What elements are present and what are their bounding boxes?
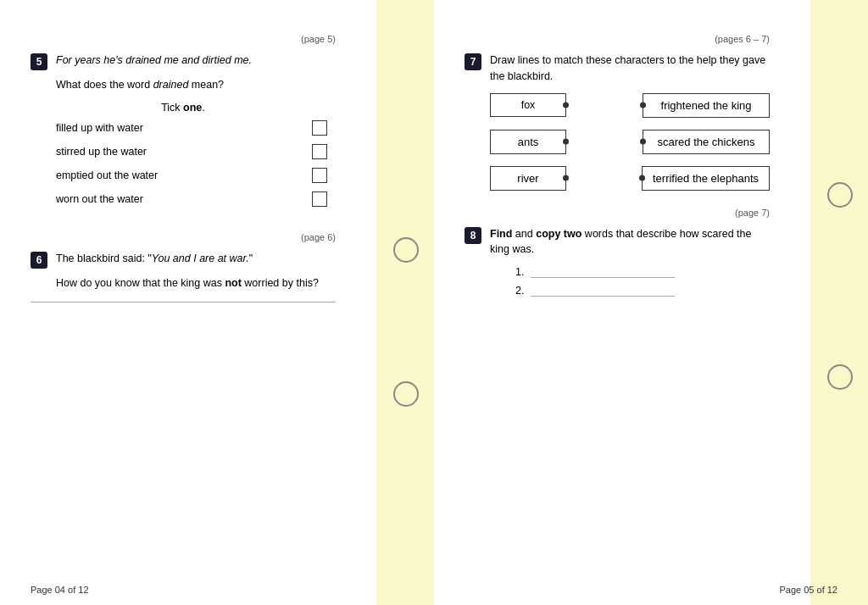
tick-option-2: stirred up the water: [56, 144, 327, 159]
q6-subquestion: How do you know that the king was not wo…: [56, 275, 403, 291]
match-label-terrified: terrified the elephants: [653, 172, 759, 185]
tick-option-1: filled up with water: [56, 120, 327, 136]
right-page-ref: (pages 6 – 7): [465, 34, 837, 44]
circle-marker-q5: [393, 237, 419, 263]
tick-label-4: worn out the water: [56, 193, 143, 205]
tick-box-1[interactable]: [312, 120, 327, 136]
tick-option-3: emptied out the water: [56, 168, 327, 183]
frightened-dot: [640, 103, 646, 108]
question-7-header: 7 Draw lines to match these characters t…: [465, 53, 837, 85]
q6-bold-not: not: [225, 277, 241, 289]
tick-bold: one: [183, 102, 202, 114]
q6-number: 6: [31, 252, 47, 269]
tick-box-4[interactable]: [312, 191, 327, 207]
question-8-block: (page 7) 8 Find and copy two words that …: [465, 208, 837, 297]
tick-label-1: filled up with water: [56, 122, 143, 134]
right-page-footer: Page 05 of 12: [779, 585, 837, 595]
right-page: (pages 6 – 7) 7 Draw lines to match thes…: [434, 0, 868, 605]
match-label-scared: scared the chickens: [658, 136, 755, 148]
match-right-terrified: terrified the elephants: [642, 166, 770, 191]
q8-page-ref: (page 7): [465, 208, 837, 218]
right-yellow-strip: [810, 0, 868, 605]
fox-dot: [563, 103, 569, 108]
q6-answer-line: [31, 302, 336, 302]
left-page: (page 5) 5 For years he's drained me and…: [0, 0, 434, 605]
q5-italic-word: drained: [153, 79, 189, 91]
q8-line-2[interactable]: [531, 285, 675, 297]
terrified-dot: [639, 175, 645, 181]
q7-number: 7: [465, 53, 481, 70]
tick-label-3: emptied out the water: [56, 169, 158, 181]
tick-label-2: stirred up the water: [56, 146, 147, 158]
question-5-block: 5 For years he's drained me and dirtied …: [31, 53, 403, 207]
tick-options: filled up with water stirred up the wate…: [56, 120, 403, 207]
scared-dot: [640, 139, 646, 145]
circle-marker-q7: [827, 182, 853, 208]
match-row-1: fox frightened the king: [490, 93, 770, 118]
q8-answer-2: 2.: [515, 285, 837, 297]
match-label-ants: ants: [518, 136, 539, 148]
circle-marker-q8: [827, 364, 853, 390]
left-page-footer: Page 04 of 12: [31, 585, 89, 595]
tick-box-2[interactable]: [312, 144, 327, 159]
ants-dot: [563, 139, 569, 145]
q8-line-1[interactable]: [531, 266, 675, 278]
q5-subquestion: What does the word drained mean?: [56, 77, 403, 93]
match-label-river: river: [517, 172, 538, 185]
matching-exercise: fox frightened the king ants: [490, 93, 837, 191]
match-right-scared: scared the chickens: [643, 130, 770, 154]
q8-copy-two: copy two: [536, 228, 581, 240]
q5-quote: For years he's drained me and dirtied me…: [56, 53, 403, 69]
q5-number: 5: [31, 53, 47, 70]
q8-number: 8: [465, 227, 481, 244]
question-6-header: 6 The blackbird said: "You and I are at …: [31, 251, 403, 269]
circle-marker-q6: [393, 381, 419, 407]
q8-num-1: 1.: [515, 266, 524, 278]
q8-answer-1: 1.: [515, 266, 837, 278]
q8-answers: 1. 2.: [490, 266, 837, 297]
q6-page-ref: (page 6): [31, 232, 403, 242]
match-right-frightened: frightened the king: [643, 93, 770, 118]
left-page-ref: (page 5): [31, 34, 403, 44]
match-label-fox: fox: [521, 99, 536, 111]
match-left-ants: ants: [490, 130, 566, 154]
question-8-header: 8 Find and copy two words that describe …: [465, 226, 837, 258]
q8-text: Find and copy two words that describe ho…: [490, 226, 837, 258]
match-left-fox: fox: [490, 93, 566, 117]
q8-find: Find: [490, 228, 512, 240]
q5-quote-text: For years he's drained me and dirtied me…: [56, 54, 252, 66]
q6-text: The blackbird said: "You and I are at wa…: [56, 251, 403, 267]
tick-option-4: worn out the water: [56, 191, 327, 207]
tick-box-3[interactable]: [312, 168, 327, 183]
q7-text: Draw lines to match these characters to …: [490, 53, 837, 85]
match-left-river: river: [490, 166, 566, 191]
left-yellow-strip: [376, 0, 434, 605]
question-7-block: 7 Draw lines to match these characters t…: [465, 53, 837, 191]
match-row-2: ants scared the chickens: [490, 130, 770, 154]
tick-instruction: Tick one.: [56, 102, 378, 114]
question-6-block: (page 6) 6 The blackbird said: "You and …: [31, 232, 403, 302]
q6-italic: You and I are at war.: [152, 253, 249, 264]
q8-num-2: 2.: [515, 285, 524, 297]
match-row-3: river terrified the elephants: [490, 166, 770, 191]
river-dot: [563, 175, 569, 181]
match-label-frightened: frightened the king: [661, 99, 752, 112]
page-spread: (page 5) 5 For years he's drained me and…: [0, 0, 868, 605]
question-5-header: 5 For years he's drained me and dirtied …: [31, 53, 403, 70]
